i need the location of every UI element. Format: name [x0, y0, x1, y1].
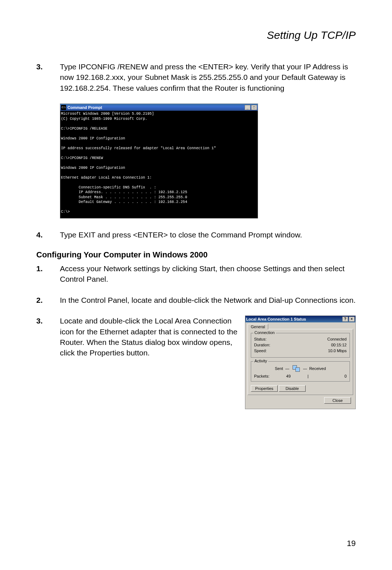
maximize-button[interactable]: □: [251, 105, 257, 110]
dash-icon: —: [285, 366, 289, 371]
win2000-step-1: 1. Access your Network settings by click…: [36, 263, 356, 285]
step-text: In the Control Panel, locate and double-…: [60, 295, 356, 305]
duration-label: Duration:: [254, 343, 270, 347]
cmd-icon: C:\: [61, 105, 66, 110]
page-section-title: Setting Up TCP/IP: [36, 29, 356, 41]
activity-group: Activity Sent — — Received Packets: 49 |: [251, 361, 350, 382]
dialog-titlebar: Local Area Connection 1 Status ? ×: [245, 316, 355, 322]
button-row: Properties Disable: [251, 385, 350, 392]
help-button[interactable]: ?: [342, 317, 348, 322]
step-text: Access your Network settings by clicking…: [60, 263, 356, 285]
group-label: Activity: [253, 359, 268, 363]
status-row: Status: Connected: [254, 337, 347, 341]
step-3: 3. Type IPCONFIG /RENEW and press the <E…: [36, 61, 356, 93]
sent-label: Sent: [275, 366, 283, 371]
section-heading: Configuring Your Computer in Windows 200…: [36, 250, 356, 260]
duration-row: Duration: 00:15:12: [254, 343, 347, 347]
step-number: 3.: [36, 61, 60, 93]
connection-group: Connection Status: Connected Duration: 0…: [251, 333, 350, 358]
status-value: Connected: [327, 337, 347, 341]
tab-panel-general: Connection Status: Connected Duration: 0…: [248, 329, 353, 395]
win2000-step-3: 3. Locate and double-click the Local Are…: [36, 315, 238, 409]
status-label: Status:: [254, 337, 266, 341]
page-number: 19: [347, 539, 356, 548]
step-text: Locate and double-click the Local Area C…: [60, 315, 238, 409]
command-prompt-window: C:\ Command Prompt _ □ Microsoft Windows…: [60, 103, 258, 219]
connection-status-dialog: Local Area Connection 1 Status ? × Gener…: [245, 315, 356, 409]
cmd-output: Microsoft Windows 2000 [Version 5.00.219…: [60, 111, 258, 218]
step-number: 1.: [36, 263, 60, 285]
disable-button[interactable]: Disable: [279, 385, 306, 392]
step-number: 4.: [36, 229, 60, 240]
network-icon: [291, 365, 301, 372]
packets-row: Packets: 49 | 0: [254, 374, 347, 378]
step-number: 2.: [36, 295, 60, 305]
step-4: 4. Type EXIT and press <ENTER> to close …: [36, 229, 356, 240]
sent-value: 49: [269, 374, 307, 378]
properties-button[interactable]: Properties: [251, 385, 278, 392]
document-page: Setting Up TCP/IP 3. Type IPCONFIG /RENE…: [0, 0, 392, 570]
win2000-step-2: 2. In the Control Panel, locate and doub…: [36, 295, 356, 305]
tab-row: General: [248, 324, 353, 329]
tab-general[interactable]: General: [248, 324, 268, 329]
received-value: 0: [309, 374, 347, 378]
duration-value: 00:15:12: [331, 343, 347, 347]
close-button[interactable]: ×: [349, 317, 355, 322]
step-number: 3.: [36, 315, 60, 409]
dash-icon: —: [303, 366, 307, 371]
close-row: Close: [248, 395, 353, 406]
close-dialog-button[interactable]: Close: [324, 397, 351, 404]
step-text: Type EXIT and press <ENTER> to close the…: [60, 229, 356, 240]
cmd-title: Command Prompt: [68, 105, 102, 110]
received-label: Received: [309, 366, 326, 371]
group-label: Connection: [253, 330, 276, 335]
step-text: Type IPCONFIG /RENEW and press the <ENTE…: [60, 61, 356, 93]
dialog-body: General Connection Status: Connected Dur…: [245, 322, 355, 409]
step-with-dialog-row: 3. Locate and double-click the Local Are…: [36, 315, 356, 409]
cmd-titlebar: C:\ Command Prompt _ □: [60, 104, 258, 111]
activity-header-row: Sent — — Received: [254, 365, 347, 372]
speed-value: 10.0 Mbps: [328, 349, 347, 353]
minimize-button[interactable]: _: [245, 105, 250, 110]
speed-label: Speed:: [254, 349, 267, 353]
dialog-title: Local Area Connection 1 Status: [246, 317, 306, 321]
packets-label: Packets:: [254, 374, 269, 378]
speed-row: Speed: 10.0 Mbps: [254, 349, 347, 353]
